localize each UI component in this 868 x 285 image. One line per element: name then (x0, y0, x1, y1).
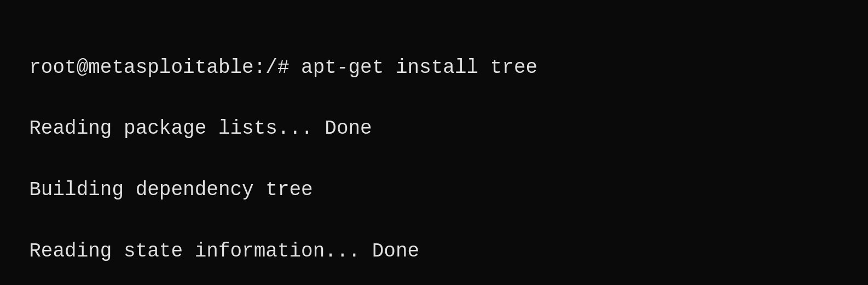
terminal-line-4: Reading state information... Done (29, 240, 419, 263)
terminal-window[interactable]: root@metasploitable:/# apt-get install t… (0, 0, 868, 285)
terminal-line-1: root@metasploitable:/# apt-get install t… (29, 56, 537, 79)
terminal-line-3: Building dependency tree (29, 179, 313, 201)
terminal-line-2: Reading package lists... Done (29, 117, 372, 140)
